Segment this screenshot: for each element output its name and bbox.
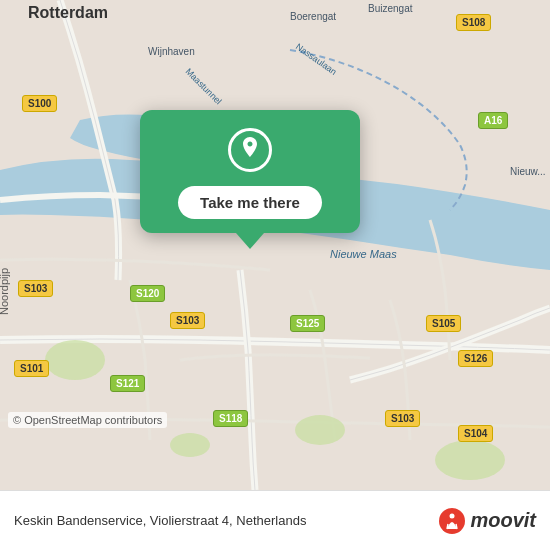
route-badge-s103c: S103 [385, 410, 420, 427]
route-badge-s104: S104 [458, 425, 493, 442]
map-container: Rotterdam Nieuwe Maas Noordpijp Wijnhave… [0, 0, 550, 490]
route-badge-s120: S120 [130, 285, 165, 302]
svg-text:Boerengat: Boerengat [290, 11, 336, 22]
moovit-icon-svg [438, 507, 466, 535]
moovit-logo: moovit [438, 507, 536, 535]
osm-attribution: © OpenStreetMap contributors [8, 412, 167, 428]
location-popup: Take me there [140, 110, 360, 233]
svg-point-2 [295, 415, 345, 445]
route-badge-s100: S100 [22, 95, 57, 112]
svg-text:Nieuwe Maas: Nieuwe Maas [330, 248, 397, 260]
osm-text: © OpenStreetMap contributors [13, 414, 162, 426]
svg-point-14 [439, 508, 465, 534]
svg-text:Buizengat: Buizengat [368, 3, 413, 14]
svg-text:Noordpijp: Noordpijp [0, 268, 10, 315]
svg-text:Rotterdam: Rotterdam [28, 4, 108, 21]
route-badge-a16: A16 [478, 112, 508, 129]
pin-icon [239, 137, 261, 163]
route-badge-s126: S126 [458, 350, 493, 367]
svg-point-1 [45, 340, 105, 380]
route-badge-s105: S105 [426, 315, 461, 332]
route-badge-s125: S125 [290, 315, 325, 332]
moovit-brand-text: moovit [470, 509, 536, 532]
svg-text:Wijnhaven: Wijnhaven [148, 46, 195, 57]
route-badge-s108: S108 [456, 14, 491, 31]
route-badge-s101: S101 [14, 360, 49, 377]
route-badge-s118: S118 [213, 410, 248, 427]
location-label: Keskin Bandenservice, Violierstraat 4, N… [14, 513, 438, 528]
svg-point-15 [450, 513, 455, 518]
route-badge-s103a: S103 [18, 280, 53, 297]
route-badge-s103b: S103 [170, 312, 205, 329]
take-me-there-button[interactable]: Take me there [178, 186, 322, 219]
svg-point-4 [435, 440, 505, 480]
svg-text:Nieuw...: Nieuw... [510, 166, 546, 177]
route-badge-s121: S121 [110, 375, 145, 392]
footer: Keskin Bandenservice, Violierstraat 4, N… [0, 490, 550, 550]
svg-point-3 [170, 433, 210, 457]
location-pin-circle [228, 128, 272, 172]
